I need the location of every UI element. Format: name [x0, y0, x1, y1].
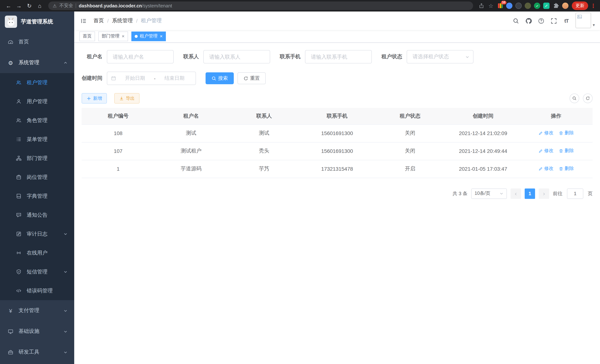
screen: ← → ↻ ⌂ ⚠ 不安全 dashboard.yudao.iocoder.cn… — [0, 0, 600, 364]
sidebar-item-dev-tool[interactable]: 研发工具 — [0, 342, 74, 363]
search-button[interactable]: 搜索 — [206, 72, 234, 84]
sidebar-item-audit-log[interactable]: 审计日志 — [0, 224, 74, 243]
breadcrumb-home[interactable]: 首页 — [94, 18, 104, 24]
edit-button[interactable]: 修改 — [538, 148, 553, 154]
filter-row-2: 创建时间 开始日期 - 结束日期 搜索 重置 — [82, 72, 593, 85]
extension-olive-icon[interactable] — [525, 3, 531, 9]
extension-dark-icon[interactable] — [516, 3, 522, 9]
app-logo[interactable]: 芋道管理系统 — [0, 11, 74, 32]
reset-button[interactable]: 重置 — [237, 72, 266, 84]
sidebar-item-post[interactable]: 岗位管理 — [0, 168, 74, 187]
header-search-button[interactable] — [510, 11, 522, 30]
delete-button[interactable]: 删除 — [559, 148, 574, 154]
table-toolbar: 新增 导出 — [82, 93, 593, 103]
delete-button[interactable]: 删除 — [559, 166, 574, 172]
sidebar-item-pay[interactable]: ¥ 支付管理 — [0, 300, 74, 321]
sidebar-item-sms[interactable]: 短信管理 — [0, 262, 74, 281]
contact-input[interactable] — [203, 50, 270, 64]
page-size-select[interactable]: 10条/页 — [471, 188, 507, 199]
browser-reload-button[interactable]: ↻ — [25, 1, 34, 10]
tab-tenant[interactable]: 租户管理 × — [131, 31, 166, 41]
extension-bars-button[interactable]: 10 — [496, 2, 504, 10]
prev-page-button[interactable]: ‹ — [511, 188, 521, 199]
help-button[interactable] — [535, 11, 547, 30]
breadcrumb-separator: / — [136, 18, 138, 24]
chevron-down-icon — [64, 308, 67, 313]
system-submenu: 租户管理 用户管理 角色管理 菜单管理 — [0, 73, 74, 300]
edit-icon — [538, 149, 543, 153]
extension-check-icon[interactable] — [534, 3, 540, 9]
col-status: 租户状态 — [374, 108, 447, 124]
sidebar-item-system[interactable]: ⚙ 系统管理 — [0, 52, 74, 73]
github-button[interactable] — [522, 11, 535, 30]
toggle-search-button[interactable] — [570, 93, 579, 103]
browser-home-button[interactable]: ⌂ — [35, 1, 45, 10]
tab-dept[interactable]: 部门管理 × — [98, 31, 128, 41]
tags-view: 首页 部门管理 × 租户管理 × — [74, 30, 600, 43]
sidebar-item-dict[interactable]: 字典管理 — [0, 187, 74, 205]
delete-button[interactable]: 删除 — [559, 130, 574, 136]
edit-button[interactable]: 修改 — [538, 130, 553, 136]
sidebar-item-error-code[interactable]: 错误码管理 — [0, 281, 74, 300]
person-icon — [16, 99, 21, 104]
phone-input[interactable] — [305, 50, 372, 64]
close-icon[interactable]: × — [122, 34, 124, 38]
toolbox-icon — [8, 349, 13, 355]
sidebar-item-menu[interactable]: 菜单管理 — [0, 130, 74, 149]
browser-forward-button[interactable]: → — [14, 1, 24, 10]
browser-menu-button[interactable]: ⋮ — [590, 2, 596, 9]
status-select[interactable]: 请选择租户状态 — [407, 50, 473, 64]
address-bar[interactable]: ⚠ 不安全 dashboard.yudao.iocoder.cn/system/… — [48, 1, 473, 10]
page-1-button[interactable]: 1 — [525, 188, 535, 199]
refresh-table-button[interactable] — [583, 93, 593, 103]
sidebar-toggle[interactable] — [74, 11, 93, 30]
warning-icon: ⚠ — [53, 3, 57, 8]
sidebar-item-dept[interactable]: 部门管理 — [0, 149, 74, 168]
goto-page-input[interactable] — [567, 188, 583, 199]
sidebar-item-tenant[interactable]: 租户管理 — [0, 73, 74, 92]
sidebar-item-role[interactable]: 角色管理 — [0, 111, 74, 130]
top-navbar: 首页 / 系统管理 / 租户管理 tT ▾ — [74, 11, 600, 30]
avatar — [576, 12, 591, 28]
sidebar-item-notice[interactable]: 通知公告 — [0, 205, 74, 224]
close-icon[interactable]: × — [160, 34, 162, 38]
url-text: dashboard.yudao.iocoder.cn/system/tenant — [79, 3, 172, 8]
add-button[interactable]: 新增 — [82, 93, 107, 103]
edit-button[interactable]: 修改 — [538, 166, 553, 172]
sidebar-item-online-user[interactable]: 在线用户 — [0, 243, 74, 262]
cell-phone: 15601691300 — [300, 124, 374, 142]
fullscreen-button[interactable] — [547, 11, 560, 30]
font-size-button[interactable]: tT — [560, 11, 573, 30]
export-button[interactable]: 导出 — [114, 93, 140, 103]
security-label[interactable]: 不安全 — [59, 3, 73, 9]
date-range-picker[interactable]: 开始日期 - 结束日期 — [107, 72, 196, 85]
status-placeholder: 请选择租户状态 — [412, 53, 449, 60]
sidebar-item-infra[interactable]: 基础设施 — [0, 321, 74, 342]
cell-created: 2021-01-05 17:03:47 — [447, 160, 519, 178]
edit-icon — [538, 131, 543, 135]
share-button[interactable] — [477, 1, 486, 10]
sidebar-item-user[interactable]: 用户管理 — [0, 92, 74, 111]
table-header-row: 租户编号 租户名 联系人 联系手机 租户状态 创建时间 操作 — [82, 108, 593, 124]
col-contact: 联系人 — [228, 108, 300, 124]
extension-pencil-icon[interactable] — [543, 3, 550, 9]
browser-update-button[interactable]: 更新 — [572, 1, 588, 10]
extension-blue-icon[interactable] — [506, 3, 512, 9]
menu-label: 研发工具 — [19, 349, 39, 355]
browser-back-button[interactable]: ← — [4, 1, 13, 10]
user-menu[interactable]: ▾ — [576, 12, 595, 29]
cell-contact: 芋艿 — [228, 160, 300, 178]
edit-icon — [538, 167, 543, 171]
next-page-button[interactable]: › — [539, 188, 549, 199]
browser-profile-avatar[interactable] — [562, 3, 568, 9]
sidebar-item-home[interactable]: 首页 — [0, 32, 74, 52]
menu-label: 部门管理 — [27, 155, 47, 162]
bookmark-button[interactable]: ☆ — [487, 1, 495, 10]
list-icon — [16, 137, 21, 142]
search-icon — [513, 18, 519, 24]
breadcrumb-system[interactable]: 系统管理 — [112, 18, 133, 24]
tenant-name-input[interactable] — [107, 50, 174, 64]
table-row: 107 测试租户 秃头 15601691300 关闭 2021-12-14 20… — [82, 142, 593, 160]
extensions-puzzle-button[interactable] — [551, 1, 560, 10]
tab-home[interactable]: 首页 — [79, 31, 95, 41]
